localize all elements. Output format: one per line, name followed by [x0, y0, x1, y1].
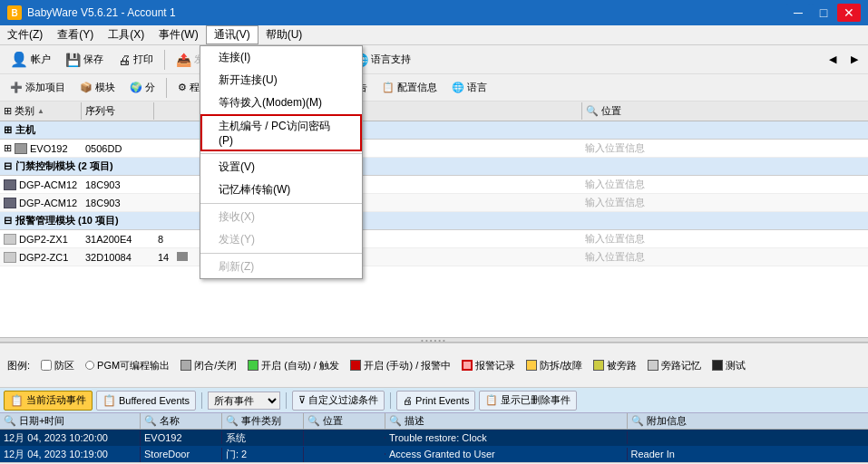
ev-col-extra-label: 附加信息	[647, 414, 687, 428]
nav-next-button[interactable]: ▶	[844, 48, 864, 72]
ev-col-location-label: 位置	[323, 414, 343, 428]
app-icon: B	[7, 5, 22, 20]
ev-type-search: 🔍	[226, 415, 239, 427]
dropdown-new-connect[interactable]: 新开连接(U)	[200, 69, 362, 92]
legend-pgm-radio[interactable]	[85, 361, 94, 370]
module-thumb	[15, 143, 27, 154]
alarm1-serial: 31A200E4	[82, 233, 154, 246]
legend-open-auto: 开启 (自动) / 触发	[248, 359, 339, 372]
ev-sep-1	[201, 392, 202, 409]
drag-dots: ••••••	[421, 336, 447, 344]
menu-comm[interactable]: 通讯(V)	[206, 25, 258, 44]
ev-row2-description: Access Granted to User	[385, 448, 628, 460]
legend-alarm-log-label: 报警记录	[475, 359, 515, 372]
menu-view[interactable]: 查看(Y)	[50, 25, 101, 44]
events-toolbar: 📋 当前活动事件 📋 Buffered Events 所有事件 ⊽ 自定义过滤条…	[0, 388, 868, 413]
alarm1-type-val: DGP2-ZX1	[19, 234, 68, 245]
lang-btn-2[interactable]: 🌐 语言	[445, 76, 493, 100]
close-button[interactable]: ✕	[837, 4, 861, 22]
alarm2-serial: 32D10084	[82, 251, 154, 264]
host-expand-icon: ⊞	[4, 124, 12, 136]
dropdown-modem[interactable]: 等待拨入(Modem)(M)	[200, 92, 362, 114]
add-icon: ➕	[10, 82, 23, 93]
config-button[interactable]: 📋 配置信息	[375, 76, 444, 100]
ev-col-description: 🔍 描述	[385, 413, 628, 429]
ev-name-search: 🔍	[144, 415, 157, 427]
separator-3	[166, 78, 167, 98]
current-events-icon: 📋	[10, 394, 24, 407]
col-location: 🔍 位置	[582, 102, 869, 120]
nav-buttons: ◀ ▶	[823, 48, 864, 72]
col-location-label: 位置	[601, 104, 621, 118]
current-events-button[interactable]: 📋 当前活动事件	[4, 391, 93, 411]
menu-bar: 文件(Z) 查看(Y) 工具(X) 事件(W) 通讯(V) 帮助(U)	[0, 25, 868, 45]
menu-events[interactable]: 事件(W)	[151, 25, 205, 44]
show-deleted-icon: 📋	[485, 394, 498, 406]
print-button[interactable]: 🖨 打印	[112, 48, 160, 72]
toolbar-row-2: ➕ 添加项目 📦 模块 🌍 分 ⚙ 程序输出组 👤 用户 🌐 中心报告 📋 配置…	[0, 74, 868, 102]
section-acm: ⊟ 门禁控制模块 (2 项目)	[0, 158, 868, 176]
account-button[interactable]: 👤 帐户	[4, 48, 57, 72]
div-button[interactable]: 🌍 分	[123, 76, 161, 100]
toolbar-row-1: 👤 帐户 💾 保存 🖨 打印 📤 发送 📥 接收 ▲ In-Field 🌐 语言…	[0, 45, 868, 74]
legend-tamper: 防拆/故障	[526, 359, 582, 372]
legend-closed: 闭合/关闭	[180, 359, 237, 372]
legend-zone: 防区	[41, 359, 74, 372]
dropdown-connect[interactable]: 连接(I)	[200, 46, 362, 69]
legend-bypass-mem: 旁路记忆	[648, 359, 701, 372]
ev-location-search: 🔍	[307, 415, 320, 427]
config-icon: 📋	[382, 82, 395, 93]
legend-open-auto-box	[248, 360, 258, 371]
acm1-type-val: DGP-ACM12	[19, 179, 77, 190]
alarm-expand-icon: ⊟	[4, 215, 12, 227]
filter-icon-button[interactable]: ⊽ 自定义过滤条件	[292, 391, 385, 411]
table-row: DGP-ACM12 18C903 4.70.005 Module 007 输入位…	[0, 194, 868, 212]
nav-prev-button[interactable]: ◀	[823, 48, 843, 72]
print-events-button[interactable]: 🖨 Print Events	[396, 391, 475, 411]
legend-label: 图例:	[7, 359, 30, 372]
legend-pgm: PGM可编程输出	[85, 359, 170, 372]
save-icon: 💾	[65, 53, 81, 67]
alarm1-type: DGP2-ZX1	[0, 233, 82, 246]
ev-col-type-label: 事件类别	[241, 414, 281, 428]
save-button[interactable]: 💾 保存	[59, 48, 110, 72]
acm2-location: 输入位置信息	[581, 195, 868, 210]
alarm2-location: 输入位置信息	[581, 249, 868, 265]
separator-1	[164, 50, 165, 70]
menu-file[interactable]: 文件(Z)	[0, 25, 50, 44]
dropdown-settings[interactable]: 设置(V)	[200, 156, 362, 179]
module-button[interactable]: 📦 模块	[73, 76, 122, 100]
alarm2-type: DGP2-ZC1	[0, 251, 82, 264]
alarm1-z1: 8	[154, 233, 177, 246]
minimize-button[interactable]: ─	[786, 4, 810, 22]
loc-search-icon: 🔍	[586, 105, 599, 117]
show-deleted-button[interactable]: 📋 显示已删除事件	[479, 391, 577, 411]
main-content: ⊞ 类别 ▲ 序列号 自动 🔍 标签 🔍 位置 ⊞ 主机 ⊞	[0, 102, 868, 337]
output-icon: ⚙	[178, 82, 187, 93]
menu-tools[interactable]: 工具(X)	[101, 25, 151, 44]
legend-test: 测试	[712, 359, 746, 372]
row-type: ⊞ EVO192	[0, 141, 82, 155]
dropdown-usb[interactable]: 记忆棒传输(W)	[200, 179, 362, 201]
ev-row2-location	[304, 453, 385, 455]
legend-bypass-mem-box	[648, 360, 658, 371]
dropdown-receive: 接收(X)	[200, 206, 362, 228]
menu-help[interactable]: 帮助(U)	[258, 25, 310, 44]
print-icon: 🖨	[118, 53, 131, 67]
filter-dropdown[interactable]: 所有事件	[208, 392, 280, 410]
print-events-icon: 🖨	[403, 395, 413, 406]
maximize-button[interactable]: □	[812, 4, 835, 22]
row-serial: 0506DD	[82, 142, 154, 155]
legend-zone-checkbox[interactable]	[41, 360, 52, 371]
ev-row1-type: 系统	[222, 430, 304, 446]
dropdown-refresh: 刷新(Z)	[200, 256, 362, 278]
acm1-serial: 18C903	[82, 179, 154, 191]
dropdown-host-password[interactable]: 主机编号 / PC访问密码(P)	[200, 114, 362, 151]
legend-closed-box	[180, 360, 191, 371]
ev-col-description-label: 描述	[405, 414, 424, 428]
buffered-events-button[interactable]: 📋 Buffered Events	[96, 391, 196, 411]
legend-bypass-label: 被旁路	[607, 359, 637, 372]
legend-bypass-box	[593, 360, 604, 371]
ev-col-location: 🔍 位置	[304, 413, 385, 429]
add-item-button[interactable]: ➕ 添加项目	[4, 76, 72, 100]
